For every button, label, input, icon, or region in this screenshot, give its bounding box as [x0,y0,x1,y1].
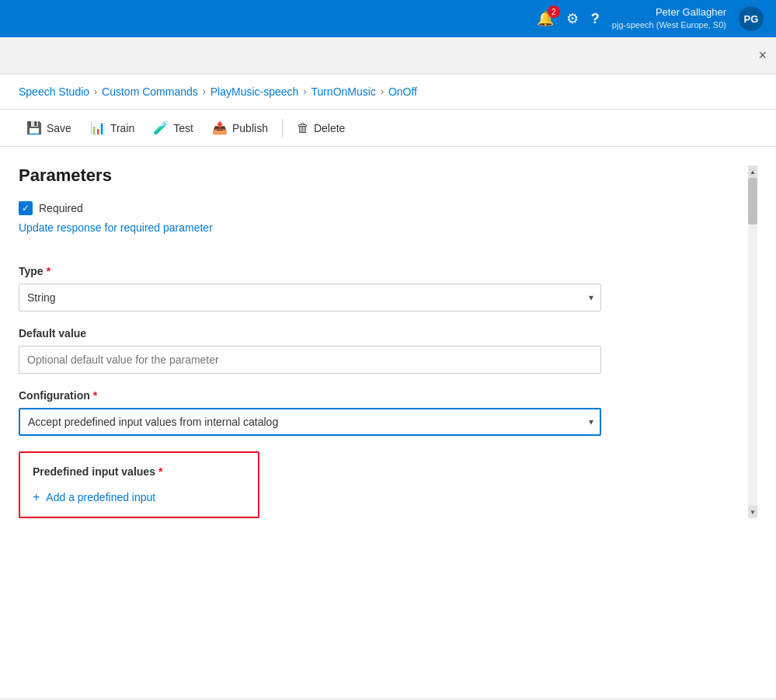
train-label: Train [110,122,134,134]
breadcrumb-onoff: OnOff [388,85,417,98]
delete-label: Delete [314,122,345,134]
required-label: Required [39,202,83,214]
type-select-wrapper: String Number Boolean ▾ [19,284,601,312]
train-button[interactable]: 📊 Train [82,116,142,140]
breadcrumb-sep-1: › [94,86,97,97]
topbar: 🔔 2 ⚙ ? Peter Gallagher pjg-speech (West… [0,0,776,37]
default-value-section: Default value [19,327,736,374]
scrollbar-arrow-down[interactable]: ▼ [748,506,757,518]
help-icon[interactable]: ? [591,11,600,27]
close-button[interactable]: × [758,47,767,64]
delete-button[interactable]: 🗑 Delete [289,117,353,140]
notification-badge: 2 [548,5,560,18]
breadcrumb-speech-studio[interactable]: Speech Studio [19,85,89,98]
test-icon: 🧪 [153,120,169,135]
type-section: Type * String Number Boolean ▾ [19,265,736,312]
test-button[interactable]: 🧪 Test [145,116,201,140]
scrollbar-track: ▲ ▼ [748,165,757,518]
type-label: Type * [19,265,736,277]
scrollbar-arrow-up[interactable]: ▲ [748,165,757,178]
page-title: Parameters [19,165,736,186]
breadcrumb-sep-2: › [203,86,206,97]
user-subtitle: pjg-speech (West Europe, S0) [612,19,726,30]
breadcrumb-turnonmusic[interactable]: TurnOnMusic [311,85,376,98]
configuration-label: Configuration * [19,389,736,402]
user-info: Peter Gallagher pjg-speech (West Europe,… [612,6,726,30]
subheader: × [0,37,776,75]
configuration-select-wrapper: Accept predefined input values from inte… [19,408,601,436]
predefined-values-box: Predefined input values * + Add a predef… [19,451,259,518]
type-select[interactable]: String Number Boolean [19,284,601,312]
predefined-required-star: * [158,465,162,478]
save-label: Save [47,122,71,134]
breadcrumb: Speech Studio › Custom Commands › PlayMu… [0,75,776,110]
breadcrumb-playmusic[interactable]: PlayMusic-speech [211,85,299,98]
publish-button[interactable]: 📤 Publish [204,116,276,140]
required-checkbox[interactable]: ✓ [19,201,33,215]
predefined-title: Predefined input values * [33,465,245,478]
type-required-star: * [47,265,50,277]
add-predefined-label: Add a predefined input [46,491,155,503]
configuration-select[interactable]: Accept predefined input values from inte… [19,408,601,436]
breadcrumb-sep-3: › [303,86,306,97]
default-value-input[interactable] [19,346,601,374]
add-predefined-button[interactable]: + Add a predefined input [33,490,155,504]
user-name: Peter Gallagher [612,6,726,19]
publish-label: Publish [232,122,268,134]
test-label: Test [173,122,193,134]
breadcrumb-sep-4: › [381,86,384,97]
toolbar-separator [282,119,283,138]
notification-icon[interactable]: 🔔 2 [537,10,554,27]
required-row: ✓ Required [19,201,736,215]
update-response-link[interactable]: Update response for required parameter [19,221,213,234]
plus-icon: + [33,490,40,504]
save-button[interactable]: 💾 Save [19,116,79,140]
default-value-label: Default value [19,327,736,340]
configuration-section: Configuration * Accept predefined input … [19,389,736,436]
publish-icon: 📤 [212,120,228,135]
avatar[interactable]: PG [739,6,764,31]
delete-icon: 🗑 [297,121,309,135]
train-icon: 📊 [90,120,106,135]
configuration-required-star: * [93,389,97,402]
toolbar: 💾 Save 📊 Train 🧪 Test 📤 Publish 🗑 Delete [0,110,776,147]
main-content: Parameters ✓ Required Update response fo… [0,147,776,698]
breadcrumb-custom-commands[interactable]: Custom Commands [102,85,198,98]
save-icon: 💾 [26,120,42,135]
settings-icon[interactable]: ⚙ [566,10,579,27]
scrollbar-thumb[interactable] [748,178,757,225]
